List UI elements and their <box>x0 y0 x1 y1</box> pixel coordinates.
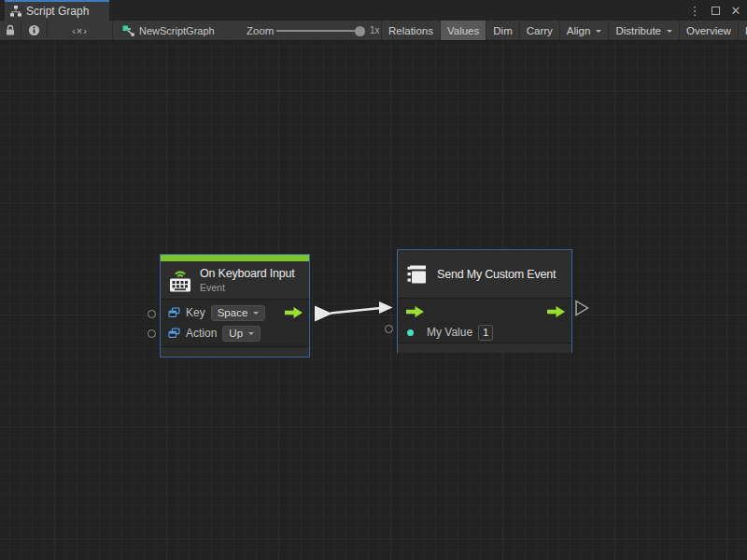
port-label-key: Key <box>186 306 205 319</box>
title-bar: Script Graph ⋮ ✕ <box>0 0 747 21</box>
port-label-my-value: My Value <box>427 326 472 339</box>
toolbar-buttons: Relations Values Dim Carry Align Distrib… <box>381 21 747 40</box>
tab-script-graph[interactable]: Script Graph <box>5 0 109 21</box>
zoom-label: Zoom <box>247 21 274 40</box>
graph-breadcrumb[interactable]: NewScriptGraph <box>122 21 215 40</box>
fullscreen-button[interactable]: Full Screen <box>739 21 747 40</box>
flow-output-port[interactable] <box>546 305 566 318</box>
chevron-down-icon <box>667 30 672 35</box>
node-subtitle: Event <box>200 282 295 293</box>
graph-canvas[interactable] <box>0 41 747 560</box>
close-icon[interactable]: ✕ <box>728 3 743 18</box>
distribute-button[interactable]: Distribute <box>609 21 680 40</box>
node-send-my-custom-event[interactable]: Send My Custom Event My Value 1 <box>397 249 572 353</box>
chevron-down-icon <box>253 312 259 317</box>
port-label-action: Action <box>186 327 217 340</box>
carets-icon: ‹×› <box>72 25 88 36</box>
node-footer <box>398 343 571 353</box>
variable-port-icon <box>168 307 180 318</box>
node-body: My Value 1 <box>398 299 571 343</box>
action-dropdown[interactable]: Up <box>222 326 261 342</box>
maximize-icon[interactable] <box>708 3 723 18</box>
info-icon <box>28 24 40 36</box>
graph-hierarchy-icon <box>10 6 21 17</box>
graph-toolbar: ‹×› NewScriptGraph Zoom 1x Relations Val… <box>0 21 747 41</box>
node-body: Key Space Action Up <box>161 300 309 346</box>
carry-button[interactable]: Carry <box>520 21 560 40</box>
node-footer <box>161 346 309 357</box>
zoom-slider-handle[interactable] <box>355 26 365 36</box>
node-on-keyboard-input[interactable]: On Keyboard Input Event Key Space <box>160 254 310 357</box>
script-graph-window: Script Graph ⋮ ✕ ‹×› NewScriptGraph <box>0 0 747 560</box>
value-port-dot-icon[interactable] <box>407 329 414 336</box>
my-value-input-port[interactable] <box>385 325 393 333</box>
zoom-value: 1x <box>370 21 380 40</box>
zoom-slider-track[interactable] <box>276 30 359 32</box>
values-button[interactable]: Values <box>441 21 486 40</box>
custom-event-icon <box>405 262 430 287</box>
info-button[interactable] <box>21 21 48 40</box>
window-menu-icon[interactable]: ⋮ <box>687 3 702 18</box>
node-title: Send My Custom Event <box>437 268 556 281</box>
node-header: Send My Custom Event <box>398 250 571 299</box>
node-title: On Keyboard Input <box>200 267 295 280</box>
variable-port-icon <box>168 328 180 339</box>
chevron-down-icon <box>596 30 601 35</box>
lock-button[interactable] <box>0 21 21 40</box>
port-row-action: Action Up <box>168 323 303 343</box>
flow-input-port[interactable] <box>405 305 425 318</box>
key-dropdown[interactable]: Space <box>211 305 266 321</box>
tab-label: Script Graph <box>26 5 89 18</box>
node-header: On Keyboard Input Event <box>161 261 309 300</box>
key-input-port[interactable] <box>148 310 156 318</box>
chevron-down-icon <box>248 332 254 338</box>
port-row-key: Key Space <box>168 302 303 323</box>
my-value-input[interactable]: 1 <box>478 325 493 341</box>
overview-button[interactable]: Overview <box>680 21 739 40</box>
graph-name: NewScriptGraph <box>139 25 215 36</box>
script-graph-asset-icon <box>122 25 134 36</box>
window-controls: ⋮ ✕ <box>687 0 743 21</box>
lock-icon <box>5 24 16 36</box>
port-row-flow <box>405 301 566 322</box>
flow-output-port[interactable] <box>284 306 303 319</box>
carets-button[interactable]: ‹×› <box>48 21 113 40</box>
action-input-port[interactable] <box>148 329 156 338</box>
event-color-bar <box>161 255 309 261</box>
dim-button[interactable]: Dim <box>486 21 519 40</box>
align-button[interactable]: Align <box>560 21 610 40</box>
port-row-my-value: My Value 1 <box>405 322 566 343</box>
keyboard-event-icon <box>168 268 192 293</box>
relations-button[interactable]: Relations <box>382 21 441 40</box>
